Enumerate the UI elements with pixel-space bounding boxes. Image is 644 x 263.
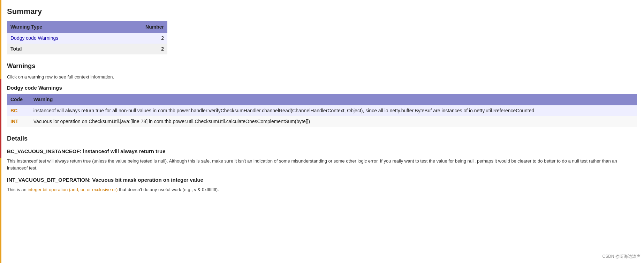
summary-table: Warning Type Number Dodgy code Warnings2…: [7, 21, 167, 54]
summary-table-header: Warning Type Number: [7, 21, 167, 33]
warnings-col-code: Code: [7, 94, 30, 105]
warnings-title: Warnings: [7, 61, 637, 71]
summary-table-row[interactable]: Dodgy code Warnings2: [7, 33, 167, 44]
details-item-heading-0: BC_VACUOUS_INSTANCEOF: instanceof will a…: [7, 148, 637, 156]
left-accent-bar: [0, 0, 1, 204]
summary-type-cell[interactable]: Dodgy code Warnings: [7, 33, 116, 44]
summary-count-cell: 2: [116, 44, 167, 54]
warnings-table-row[interactable]: BCinstanceof will always return true for…: [7, 105, 637, 116]
warnings-col-warning: Warning: [30, 94, 637, 105]
warnings-table-row[interactable]: INTVacuous ior operation on ChecksumUtil…: [7, 116, 637, 127]
warning-text-cell: Vacuous ior operation on ChecksumUtil.ja…: [30, 116, 637, 127]
summary-col-number: Number: [116, 21, 167, 33]
warnings-table: Code Warning BCinstanceof will always re…: [7, 94, 637, 127]
warning-code-cell: INT: [7, 116, 30, 127]
summary-col-warning-type: Warning Type: [7, 21, 116, 33]
details-item-body-1: This is an integer bit operation (and, o…: [7, 186, 637, 194]
warning-text-cell: instanceof will always return true for a…: [30, 105, 637, 116]
summary-count-cell: 2: [116, 33, 167, 44]
summary-section: Summary Warning Type Number Dodgy code W…: [7, 6, 637, 54]
details-item-heading-1: INT_VACUOUS_BIT_OPERATION: Vacuous bit m…: [7, 176, 637, 184]
dodgy-code-title: Dodgy code Warnings: [7, 84, 637, 92]
warnings-section: Warnings Click on a warning row to see f…: [7, 61, 637, 127]
details-section: Details BC_VACUOUS_INSTANCEOF: instanceo…: [7, 134, 637, 193]
warnings-table-header: Code Warning: [7, 94, 637, 105]
summary-table-row: Total2: [7, 44, 167, 54]
warning-code-cell: BC: [7, 105, 30, 116]
details-item-body-0: This instanceof test will always return …: [7, 158, 637, 172]
click-info: Click on a warning row to see full conte…: [7, 74, 637, 81]
details-title: Details: [7, 134, 637, 143]
summary-type-link[interactable]: Dodgy code Warnings: [10, 35, 58, 41]
orange-text: integer bit operation (and, or, or exclu…: [28, 187, 118, 192]
summary-title: Summary: [7, 6, 637, 17]
summary-type-cell: Total: [7, 44, 116, 54]
